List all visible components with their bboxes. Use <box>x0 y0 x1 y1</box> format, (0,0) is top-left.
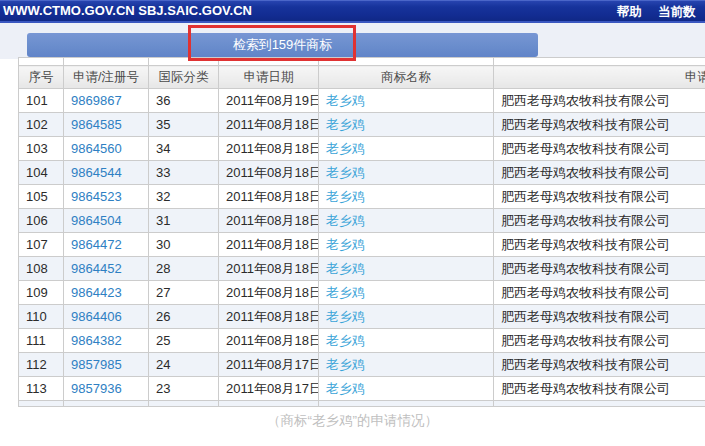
table-row: 1039864560342011年08月18日老乡鸡肥西老母鸡农牧科技有限公司 <box>19 137 705 161</box>
trademark-name-link[interactable]: 老乡鸡 <box>326 285 365 300</box>
seq-cell: 112 <box>19 353 64 377</box>
help-link[interactable]: 帮助 <box>617 4 642 21</box>
seq-cell: 105 <box>19 185 64 209</box>
class-cell: 24 <box>149 353 219 377</box>
application-number-cell: 9864560 <box>64 137 149 161</box>
application-number-link[interactable]: 9857985 <box>71 357 122 372</box>
class-cell: 30 <box>149 233 219 257</box>
applicant-cell: 肥西老母鸡农牧科技有限公司 <box>494 89 705 113</box>
trademark-name-cell: 老乡鸡 <box>319 329 494 353</box>
application-number-link[interactable]: 9864423 <box>71 285 122 300</box>
applicant-cell: 肥西老母鸡农牧科技有限公司 <box>494 137 705 161</box>
date-cell: 2011年08月17日 <box>219 377 319 401</box>
trademark-name-link[interactable]: 老乡鸡 <box>326 117 365 132</box>
trademark-name-cell: 老乡鸡 <box>319 89 494 113</box>
trademark-name-link[interactable]: 老乡鸡 <box>326 237 365 252</box>
application-number-cell: 9864472 <box>64 233 149 257</box>
date-cell: 2011年08月18日 <box>219 329 319 353</box>
class-cell: 34 <box>149 137 219 161</box>
column-header-class-cell: 国际分类 <box>149 66 219 89</box>
seq-cell: 106 <box>19 209 64 233</box>
application-number-link[interactable]: 9864504 <box>71 213 122 228</box>
application-number-link[interactable]: 9864452 <box>71 261 122 276</box>
seq-cell: 103 <box>19 137 64 161</box>
applicant-cell: 肥西老母鸡农牧科技有限公司 <box>494 353 705 377</box>
application-number-link[interactable]: 9857936 <box>71 381 122 396</box>
trademark-name-cell: 老乡鸡 <box>319 113 494 137</box>
table-header-row: 序号申请/注册号国际分类申请日期商标名称申请人 <box>19 66 705 89</box>
seq-cell: 108 <box>19 257 64 281</box>
site-domain-title: WWW.CTMO.GOV.CN SBJ.SAIC.GOV.CN <box>3 3 252 18</box>
application-number-link[interactable]: 9864544 <box>71 165 122 180</box>
application-number-link[interactable]: 9864406 <box>71 309 122 324</box>
column-header-application-number-cell: 申请/注册号 <box>64 66 149 89</box>
trademark-name-link[interactable]: 老乡鸡 <box>326 213 365 228</box>
class-cell: 33 <box>149 161 219 185</box>
application-number-cell: 9864382 <box>64 329 149 353</box>
trademark-name-link[interactable]: 老乡鸡 <box>326 141 365 156</box>
trademark-results-table-wrapper: 序号申请/注册号国际分类申请日期商标名称申请人1019869867362011年… <box>18 57 705 407</box>
date-cell: 2011年08月18日 <box>219 137 319 161</box>
application-number-link[interactable]: 9864585 <box>71 117 122 132</box>
class-cell: 27 <box>149 281 219 305</box>
trademark-name-link[interactable]: 老乡鸡 <box>326 189 365 204</box>
annotation-red-rectangle <box>188 25 356 61</box>
application-number-cell: 9864406 <box>64 305 149 329</box>
application-number-link[interactable]: 9864560 <box>71 141 122 156</box>
applicant-cell: 肥西老母鸡农牧科技有限公司 <box>494 185 705 209</box>
application-number-link[interactable]: 9864382 <box>71 333 122 348</box>
date-cell: 2011年08月18日 <box>219 161 319 185</box>
class-cell: 28 <box>149 257 219 281</box>
table-row: 1129857985242011年08月17日老乡鸡肥西老母鸡农牧科技有限公司 <box>19 353 705 377</box>
seq-cell: 109 <box>19 281 64 305</box>
date-cell: 2011年08月18日 <box>219 185 319 209</box>
column-header-date-cell: 申请日期 <box>219 66 319 89</box>
class-cell: 32 <box>149 185 219 209</box>
trademark-name-cell: 老乡鸡 <box>319 353 494 377</box>
date-cell: 2011年08月18日 <box>219 113 319 137</box>
table-row: 1049864544332011年08月18日老乡鸡肥西老母鸡农牧科技有限公司 <box>19 161 705 185</box>
application-number-cell: 9864544 <box>64 161 149 185</box>
class-cell: 23 <box>149 377 219 401</box>
trademark-name-cell: 老乡鸡 <box>319 257 494 281</box>
date-cell: 2011年08月18日 <box>219 233 319 257</box>
application-number-link[interactable]: 9869867 <box>71 93 122 108</box>
applicant-cell: 肥西老母鸡农牧科技有限公司 <box>494 257 705 281</box>
class-cell: 35 <box>149 113 219 137</box>
clipped-row-bottom <box>19 401 705 407</box>
applicant-cell: 肥西老母鸡农牧科技有限公司 <box>494 305 705 329</box>
trademark-name-link[interactable]: 老乡鸡 <box>326 261 365 276</box>
application-number-link[interactable]: 9864472 <box>71 237 122 252</box>
table-row: 1019869867362011年08月19日老乡鸡肥西老母鸡农牧科技有限公司 <box>19 89 705 113</box>
date-cell: 2011年08月18日 <box>219 281 319 305</box>
applicant-cell: 肥西老母鸡农牧科技有限公司 <box>494 161 705 185</box>
column-header-seq-cell: 序号 <box>19 66 64 89</box>
date-cell: 2011年08月18日 <box>219 257 319 281</box>
figure-caption: （商标“老乡鸡”的申请情况） <box>0 412 705 430</box>
trademark-name-cell: 老乡鸡 <box>319 185 494 209</box>
top-navigation-bar: WWW.CTMO.GOV.CN SBJ.SAIC.GOV.CN 帮助 当前数 <box>0 0 705 23</box>
application-number-link[interactable]: 9864523 <box>71 189 122 204</box>
date-cell: 2011年08月18日 <box>219 209 319 233</box>
trademark-name-cell: 老乡鸡 <box>319 161 494 185</box>
trademark-name-link[interactable]: 老乡鸡 <box>326 93 365 108</box>
trademark-name-link[interactable]: 老乡鸡 <box>326 333 365 348</box>
trademark-name-link[interactable]: 老乡鸡 <box>326 357 365 372</box>
trademark-name-link[interactable]: 老乡鸡 <box>326 381 365 396</box>
table-row: 1119864382252011年08月18日老乡鸡肥西老母鸡农牧科技有限公司 <box>19 329 705 353</box>
table-row: 1099864423272011年08月18日老乡鸡肥西老母鸡农牧科技有限公司 <box>19 281 705 305</box>
class-cell: 31 <box>149 209 219 233</box>
application-number-cell: 9864452 <box>64 257 149 281</box>
date-cell: 2011年08月17日 <box>219 353 319 377</box>
trademark-name-cell: 老乡鸡 <box>319 233 494 257</box>
trademark-name-cell: 老乡鸡 <box>319 377 494 401</box>
seq-cell: 101 <box>19 89 64 113</box>
column-header-trademark-name-cell: 商标名称 <box>319 66 494 89</box>
clipped-row-top <box>19 58 705 66</box>
application-number-cell: 9857936 <box>64 377 149 401</box>
trademark-name-link[interactable]: 老乡鸡 <box>326 309 365 324</box>
current-data-link[interactable]: 当前数 <box>658 4 696 21</box>
seq-cell: 104 <box>19 161 64 185</box>
trademark-name-link[interactable]: 老乡鸡 <box>326 165 365 180</box>
applicant-cell: 肥西老母鸡农牧科技有限公司 <box>494 113 705 137</box>
